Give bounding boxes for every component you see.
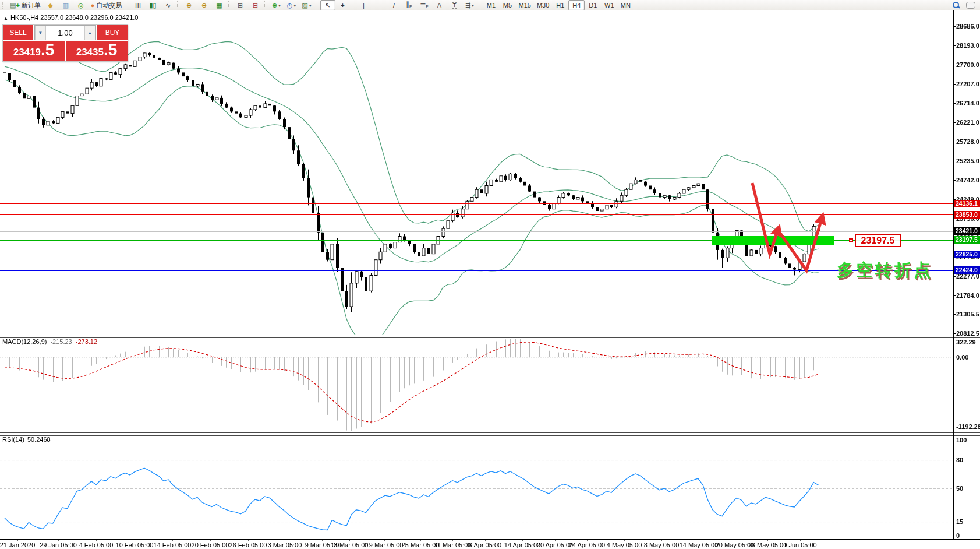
toolbar-separator [352, 1, 355, 9]
tab-timeframe-m1[interactable]: M1 [483, 0, 500, 10]
candlestick-chart-button[interactable]: ▮▯ [146, 0, 161, 10]
trendline-tool-button[interactable]: / [387, 0, 402, 10]
panel-separator[interactable] [0, 432, 980, 436]
tab-timeframe-h1[interactable]: H1 [552, 0, 568, 10]
rsi-axis-100: 100 [956, 437, 967, 444]
price-tag-22825[interactable]: 22825.0 [954, 251, 980, 258]
rsi-axis-50: 50 [956, 485, 963, 492]
tab-timeframe-m30[interactable]: M30 [534, 0, 552, 10]
callout-anchor-square[interactable] [849, 238, 853, 242]
time-tick-label: 20 Feb 05:00 [192, 541, 229, 548]
tab-timeframe-m5[interactable]: M5 [500, 0, 516, 10]
price-tick-label: 25728.0 [956, 138, 979, 145]
tab-timeframe-m15[interactable]: M15 [516, 0, 534, 10]
price-tag-24136.1[interactable]: 24136.1 [954, 200, 980, 207]
arrows-icon: ⇶ [465, 2, 470, 9]
autotrading-button[interactable]: ● 自动交易 [89, 0, 125, 10]
highlight-button[interactable]: ◆ [43, 0, 58, 10]
template-icon: ▨ [302, 2, 307, 9]
sell-button[interactable]: SELL [3, 25, 33, 40]
volume-increase-button[interactable]: ▲ [84, 26, 95, 40]
crosshair-tool-button[interactable]: + [335, 0, 351, 10]
macd-axis-max: 322.29 [956, 339, 976, 346]
price-tag-23421[interactable]: 23421.0 [954, 227, 980, 235]
price-line-22424[interactable] [0, 270, 953, 271]
fibonacci-tool-button[interactable]: ☰F [417, 0, 432, 10]
tab-timeframe-mn[interactable]: MN [617, 0, 634, 10]
timeframe-group: M1M5M15M30H1H4D1W1MN [483, 0, 634, 10]
price-line-23853[interactable] [0, 214, 953, 215]
time-tick-label: 26 Feb 05:00 [229, 541, 267, 548]
volume-decrease-button[interactable]: ▼ [35, 26, 46, 40]
new-order-label: 新订单 [22, 1, 41, 10]
time-tick-label: 4 Feb 05:00 [79, 541, 114, 548]
buy-price-button[interactable]: 23435 .5 [66, 41, 128, 61]
tab-timeframe-d1[interactable]: D1 [585, 0, 601, 10]
chevron-down-icon: ▾ [309, 3, 312, 8]
sell-price-button[interactable]: 23419 .5 [3, 41, 65, 61]
zoom-out-button[interactable]: ⊖ [197, 0, 212, 10]
time-tick-label: 21 Jan 2020 [0, 541, 35, 548]
periods-button[interactable]: ◷▾ [284, 0, 299, 10]
macd-canvas[interactable] [0, 337, 953, 432]
toolbar-separator [316, 1, 319, 9]
arrange-windows-icon: ⊞ [238, 2, 243, 9]
highlighter-icon: ◆ [48, 2, 53, 9]
chat-icon[interactable] [966, 2, 975, 9]
templates-button[interactable]: ▨▾ [299, 0, 314, 10]
price-callout[interactable]: 23197.5 [855, 234, 901, 247]
time-tick-label: 8 May 05:00 [644, 541, 680, 548]
time-tick-label: 14 May 05:00 [680, 541, 719, 548]
channel-tool-button[interactable]: ∥E [402, 0, 417, 10]
tab-timeframe-h4[interactable]: H4 [568, 0, 585, 10]
cascade-windows-button[interactable]: ⊟ [248, 0, 263, 10]
price-line-23421[interactable] [0, 231, 953, 232]
arrange-windows-button[interactable]: ⊞ [233, 0, 248, 10]
price-tick-label: 24742.0 [956, 177, 979, 184]
price-tag-22424[interactable]: 22424.0 [954, 266, 980, 274]
price-tick-mark [953, 45, 956, 46]
price-tick-label: 21784.0 [956, 292, 979, 299]
title-marker-icon: ▲ [3, 16, 8, 21]
tab-timeframe-w1[interactable]: W1 [601, 0, 617, 10]
new-order-button[interactable]: ▤+ 新订单 [8, 0, 43, 10]
add-indicator-button[interactable]: ⊕▾ [269, 0, 284, 10]
time-tick-label: 14 Apr 05:00 [504, 541, 540, 548]
price-tag-23853[interactable]: 23853.0 [954, 211, 980, 219]
price-tag-23197.5[interactable]: 23197.5 [954, 236, 980, 244]
price-chart-canvas[interactable] [0, 10, 953, 335]
signals-icon: ◎ [78, 2, 84, 9]
vertical-line-tool-button[interactable]: | [356, 0, 372, 10]
signals-button[interactable]: ◎ [73, 0, 89, 10]
rsi-canvas[interactable] [0, 435, 953, 539]
cursor-tool-button[interactable]: ↖ [320, 0, 335, 10]
toolbar-separator [126, 1, 129, 9]
volume-value[interactable]: 1.00 [46, 26, 84, 40]
fibonacci-icon: ☰F [420, 1, 428, 9]
horizontal-line-tool-button[interactable]: — [372, 0, 387, 10]
time-tick-label: 29 Jan 05:00 [40, 541, 77, 548]
price-line-22825[interactable] [0, 255, 953, 255]
price-line-24136.1[interactable] [0, 203, 953, 204]
buy-price-int: 23435 [76, 47, 104, 58]
tile-windows-button[interactable]: ▦ [212, 0, 227, 10]
label-tool-button[interactable]: T [447, 0, 462, 10]
panel-separator[interactable] [0, 335, 980, 338]
toolbar-separator [479, 1, 482, 9]
charts-window-icon: ▥ [63, 2, 69, 9]
zoom-in-button[interactable]: ⊕ [182, 0, 197, 10]
price-tick-mark [953, 161, 956, 161]
arrows-tool-button[interactable]: ⇶▾ [462, 0, 477, 10]
line-chart-button[interactable]: ∿ [161, 0, 176, 10]
turning-point-note: 多空转折点 [837, 259, 933, 282]
price-tick-mark [953, 122, 956, 123]
crosshair-icon: + [341, 2, 344, 9]
text-tool-button[interactable]: A [432, 0, 447, 10]
bar-chart-button[interactable]: ☰ [130, 0, 146, 10]
rsi-name: RSI(14) [2, 436, 24, 443]
search-icon[interactable] [952, 1, 960, 9]
buy-button[interactable]: BUY [97, 25, 128, 40]
support-zone-rectangle[interactable] [712, 236, 834, 245]
charts-window-button[interactable]: ▥ [58, 0, 73, 10]
time-tick-label: 10 Feb 05:00 [116, 541, 154, 548]
